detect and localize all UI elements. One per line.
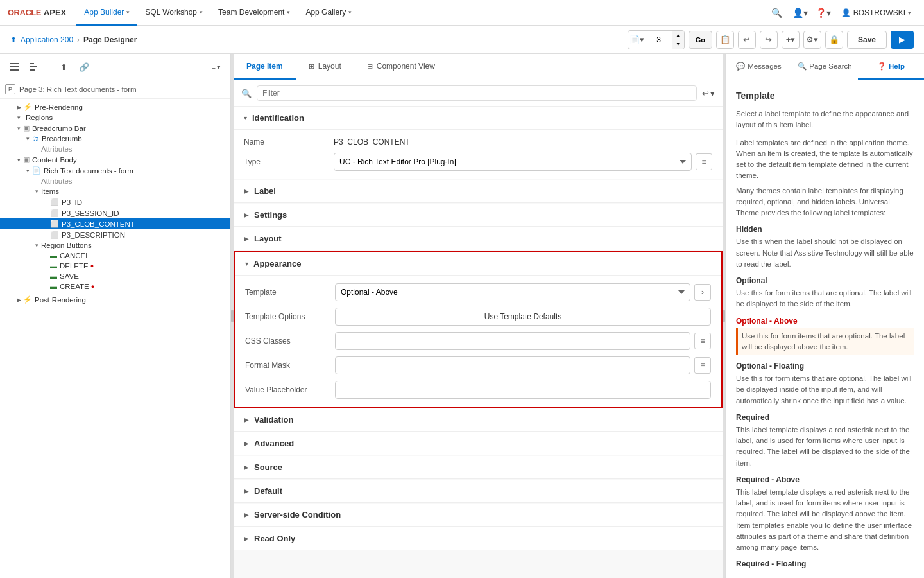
field-format-mask-input[interactable] (335, 356, 690, 374)
svg-rect-5 (30, 69, 35, 71)
template-arrow-button[interactable]: › (694, 284, 711, 301)
tree-item-region-buttons[interactable]: ▾ Region Buttons (0, 240, 230, 250)
tree-item-region-attrs[interactable]: Attributes (0, 176, 230, 186)
tree-item-delete-button[interactable]: ▬ DELETE ● (0, 261, 230, 271)
tree-item-cancel-button[interactable]: ▬ CANCEL (0, 250, 230, 261)
tab-page-item[interactable]: Page Item (234, 54, 296, 80)
filter-options-button[interactable]: ≡ ▾ (207, 60, 225, 74)
tree-toggle-icon: ▾ (32, 242, 41, 249)
tree-area: ▶ ⚡ Pre-Rendering ▾ Regions ▾ ▣ Breadcru… (0, 99, 230, 578)
filter-input[interactable] (257, 85, 697, 101)
undo-icon-button[interactable]: ↩ (738, 31, 756, 49)
tree-item-p3-session-id[interactable]: ⬜ P3_SESSION_ID (0, 207, 230, 218)
filter-search-icon: 🔍 (241, 89, 252, 98)
help-body2: Many themes contain label templates for … (736, 186, 914, 219)
tree-item-items-group[interactable]: ▾ Items (0, 186, 230, 197)
tree-item-post-rendering[interactable]: ▶ ⚡ Post-Rendering (0, 294, 230, 305)
export-icon[interactable]: ⬆ (55, 58, 73, 76)
tree-item-p3-clob-content[interactable]: ⬜ P3_CLOB_CONTENT (0, 218, 230, 229)
nav-app-gallery[interactable]: App Gallery ▾ (298, 0, 359, 26)
tree-item-breadcrumb-attrs[interactable]: Attributes (0, 144, 230, 154)
go-button[interactable]: Go (689, 31, 712, 49)
toolbar-separator (49, 60, 49, 73)
tab-messages[interactable]: 💬 Messages (726, 54, 792, 80)
tab-page-search[interactable]: 🔍 Page Search (792, 54, 858, 80)
tree-item-breadcrumb[interactable]: ▾ 🗂 Breadcrumb (0, 134, 230, 144)
user-profile-button[interactable]: 👤 BOSTROWSKI ▾ (836, 3, 916, 23)
tab-component-view[interactable]: ⊟ Component View (354, 54, 448, 80)
top-navigation: ORACLE APEX App Builder ▾ SQL Workshop ▾… (0, 0, 924, 26)
save-button[interactable]: Save (847, 31, 887, 49)
tree-item-rich-text-region[interactable]: ▾ 📄 Rich Text documents - form (0, 165, 230, 176)
help-section-optional-title: Optional (736, 276, 914, 285)
section-appearance-header[interactable]: ▾ Appearance (235, 252, 721, 276)
section-settings-header[interactable]: ▶ Settings (234, 204, 723, 227)
nav-app-builder[interactable]: App Builder ▾ (76, 0, 137, 26)
redo-icon-button[interactable]: ↪ (760, 31, 778, 49)
add-icon-button[interactable]: +▾ (782, 31, 800, 49)
help-intro: Select a label template to define the ap… (736, 109, 914, 131)
section-label-header[interactable]: ▶ Label (234, 180, 723, 203)
section-layout-title: Layout (254, 234, 282, 243)
css-list-button[interactable]: ≡ (694, 333, 711, 349)
layout-icon: ⊞ (309, 62, 314, 71)
tree-item-p3-id[interactable]: ⬜ P3_ID (0, 197, 230, 207)
field-value-placeholder-input[interactable] (335, 381, 711, 399)
tree-item-save-button[interactable]: ▬ SAVE (0, 271, 230, 281)
lock-icon-button[interactable]: 🔒 (825, 31, 843, 49)
chevron-down-icon: ▾ (200, 9, 203, 15)
tree-item-content-body[interactable]: ▾ ▣ Content Body (0, 154, 230, 165)
help-section-optional-floating-title: Optional - Floating (736, 362, 914, 371)
filter-options-button[interactable]: ↩ ▾ (702, 89, 715, 98)
section-layout-header[interactable]: ▶ Layout (234, 227, 723, 250)
bolt-icon: ⚡ (23, 295, 32, 304)
section-source-header[interactable]: ▶ Source (234, 456, 723, 479)
page-icon-button[interactable]: 📄▾ (628, 31, 646, 49)
chevron-down-icon: ▾ (126, 9, 130, 15)
left-panel-divider[interactable] (231, 54, 234, 578)
tree-item-p3-description[interactable]: ⬜ P3_DESCRIPTION (0, 229, 230, 240)
section-read-only-title: Read Only (254, 534, 295, 543)
template-options-button[interactable]: Use Template Defaults (335, 308, 711, 326)
list-view-icon[interactable] (5, 58, 23, 76)
bolt-icon: ⚡ (23, 103, 32, 111)
type-list-button[interactable]: ≡ (696, 153, 712, 170)
user-menu-button[interactable]: 👤▾ (790, 3, 810, 23)
clipboard-icon-button[interactable]: 📋 (716, 31, 734, 49)
field-css-classes-input[interactable] (335, 332, 690, 350)
tree-item-create-button[interactable]: ▬ CREATE ● (0, 281, 230, 292)
page-decrement-button[interactable]: ▼ (672, 40, 684, 49)
tree-item-regions[interactable]: ▾ Regions (0, 112, 230, 123)
center-content: ▾ Identification Name P3_CLOB_CONTENT Ty… (234, 107, 723, 578)
tree-toggle-icon: ▾ (14, 157, 23, 163)
field-type-select[interactable]: UC - Rich Text Editor Pro [Plug-In] (334, 153, 692, 171)
field-template-select[interactable]: Optional - Above (335, 283, 690, 301)
nav-sql-workshop[interactable]: SQL Workshop ▾ (137, 0, 210, 26)
page-increment-button[interactable]: ▲ (672, 31, 684, 40)
section-default-header[interactable]: ▶ Default (234, 480, 723, 503)
field-css-classes: CSS Classes ≡ (245, 332, 711, 350)
tab-layout[interactable]: ⊞ Layout (296, 54, 354, 80)
help-icon-button[interactable]: ❓▾ (813, 3, 834, 23)
page-number-input[interactable] (646, 31, 672, 49)
right-content: Template Select a label template to defi… (726, 80, 924, 578)
format-list-button[interactable]: ≡ (694, 357, 711, 374)
tree-item-pre-rendering[interactable]: ▶ ⚡ Pre-Rendering (0, 101, 230, 112)
section-identification-header[interactable]: ▾ Identification (234, 107, 723, 130)
section-server-side-header[interactable]: ▶ Server-side Condition (234, 504, 723, 527)
section-advanced: ▶ Advanced (234, 432, 723, 455)
tab-help[interactable]: ❓ Help (858, 54, 924, 80)
link-icon[interactable]: 🔗 (75, 58, 93, 76)
section-validation-header[interactable]: ▶ Validation (234, 408, 723, 432)
breadcrumb[interactable]: ⬆ Application 200 › Page Designer (10, 35, 620, 44)
nav-team-development[interactable]: Team Development ▾ (210, 0, 298, 26)
search-icon-button[interactable]: 🔍 (767, 3, 787, 23)
section-advanced-header[interactable]: ▶ Advanced (234, 432, 723, 455)
right-panel-divider[interactable] (723, 54, 725, 578)
run-button[interactable]: ▶ (891, 31, 914, 49)
page-spinners: ▲ ▼ (672, 31, 684, 49)
tree-item-breadcrumb-bar[interactable]: ▾ ▣ Breadcrumb Bar (0, 123, 230, 134)
settings-icon-button[interactable]: ⚙▾ (803, 31, 821, 49)
section-read-only-header[interactable]: ▶ Read Only (234, 527, 723, 550)
tree-view-icon[interactable] (26, 58, 44, 76)
